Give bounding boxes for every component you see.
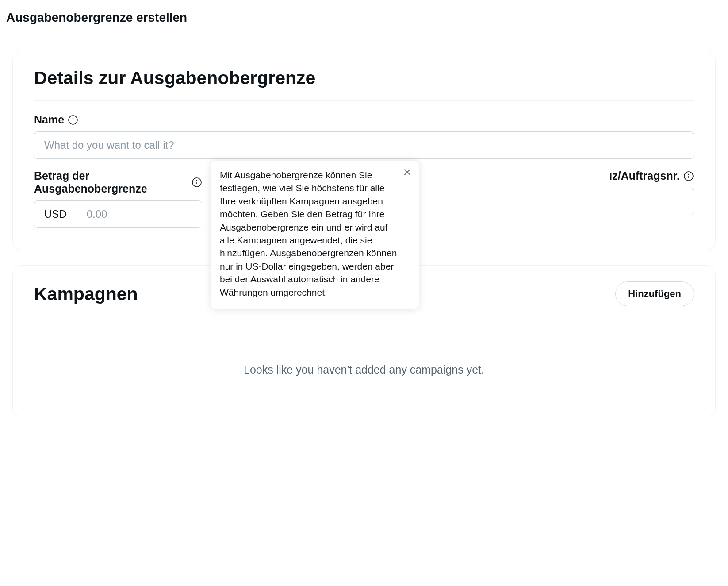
ref-label-partial: ız/Auftragsnr. xyxy=(609,170,680,182)
svg-point-2 xyxy=(73,118,73,118)
name-input[interactable] xyxy=(34,131,694,159)
info-icon[interactable] xyxy=(68,115,78,125)
page-title: Ausgabenobergrenze erstellen xyxy=(0,0,728,34)
campaigns-empty-state: Looks like you haven't added any campaig… xyxy=(34,332,694,398)
info-icon[interactable] xyxy=(192,177,202,188)
name-field: Name xyxy=(34,113,694,159)
info-icon[interactable] xyxy=(683,171,694,181)
amount-input[interactable] xyxy=(77,201,202,227)
svg-point-10 xyxy=(689,174,689,174)
amount-and-ref-row: Betrag der Ausgabenobergrenze USD Mit Au… xyxy=(34,170,694,232)
amount-label: Betrag der Ausgabenobergrenze xyxy=(34,170,188,195)
tooltip-text: Mit Ausgabenobergrenze können Sie festle… xyxy=(220,169,398,299)
amount-tooltip-popover: Mit Ausgabenobergrenze können Sie festle… xyxy=(211,161,419,309)
content-area: Details zur Ausgabenobergrenze Name Betr… xyxy=(0,34,728,444)
ref-input[interactable] xyxy=(375,188,694,215)
ref-helper-partial: e xyxy=(375,220,694,232)
campaigns-card-title: Kampagnen xyxy=(34,284,138,304)
ref-field: ız/Auftragsnr. e xyxy=(375,170,694,232)
close-icon[interactable] xyxy=(401,166,414,178)
name-label: Name xyxy=(34,113,64,126)
amount-field: Betrag der Ausgabenobergrenze USD xyxy=(34,170,202,228)
svg-point-5 xyxy=(197,181,197,181)
currency-prefix: USD xyxy=(34,201,77,227)
details-card-title: Details zur Ausgabenobergrenze xyxy=(34,68,694,88)
add-campaign-button[interactable]: Hinzufügen xyxy=(615,281,694,306)
details-card: Details zur Ausgabenobergrenze Name Betr… xyxy=(12,52,716,250)
